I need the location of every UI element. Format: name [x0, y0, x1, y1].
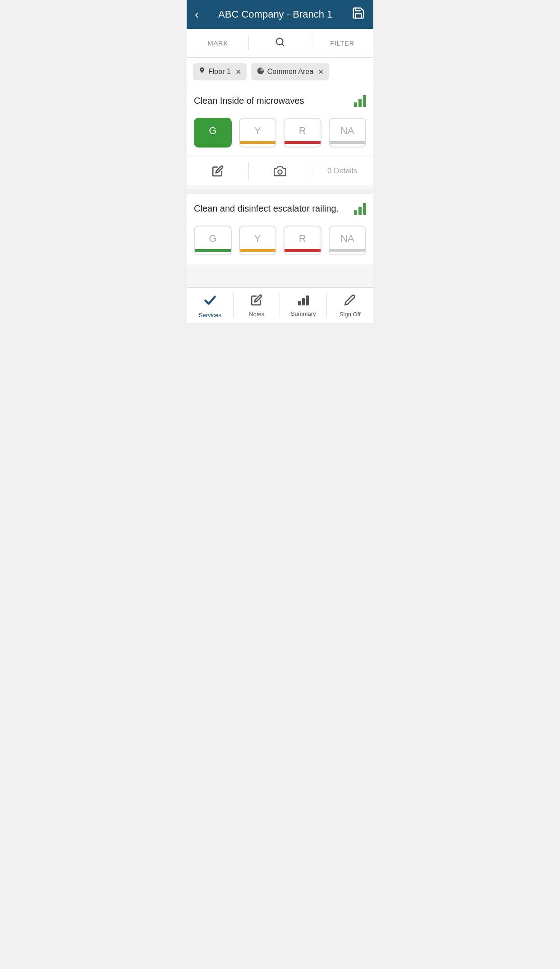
rating-y-btn-2[interactable]: Y [239, 226, 277, 255]
nav-signoff-label: Sign Off [340, 311, 361, 318]
filter-floor-label: Floor 1 [208, 68, 231, 76]
filter-button[interactable]: FILTER [311, 31, 373, 55]
trend-icon-1[interactable] [354, 94, 366, 107]
nav-notes-label: Notes [249, 311, 264, 318]
rating-na-label-1: NA [340, 125, 354, 141]
bar1 [354, 102, 357, 107]
filter-chip-floor[interactable]: Floor 1 ✕ [193, 63, 247, 80]
camera-icon-1 [274, 166, 286, 176]
service-header-1: Clean Inside of microwaves [187, 86, 373, 113]
summary-chart-icon [297, 295, 310, 309]
rating-r-btn-1[interactable]: R [284, 118, 321, 148]
svg-rect-4 [302, 298, 305, 305]
bar3-2 [363, 203, 366, 215]
filters-row: Floor 1 ✕ Common Area ✕ [187, 58, 373, 86]
content-area: Clean Inside of microwaves G Y R NA [187, 86, 373, 287]
details-label-1: 0 Details [327, 166, 357, 175]
rating-y-label-2: Y [254, 233, 261, 249]
rating-r-label-2: R [299, 233, 306, 249]
signoff-pencil-icon [344, 294, 356, 309]
bar3 [363, 95, 366, 107]
rating-g-btn-1[interactable]: G [194, 118, 232, 148]
nav-services[interactable]: Services [187, 288, 234, 323]
service-card-2: Clean and disinfect escalator railing. G… [187, 194, 373, 264]
camera-button-1[interactable] [249, 157, 311, 185]
pie-chart-icon [257, 67, 265, 77]
rating-na-btn-1[interactable]: NA [329, 118, 367, 148]
mark-label: MARK [207, 39, 228, 47]
location-icon [198, 67, 206, 77]
rating-na-label-2: NA [340, 233, 354, 249]
action-row-1: 0 Details [187, 157, 373, 185]
rating-g-bar-1 [195, 141, 231, 144]
svg-line-1 [282, 44, 284, 46]
rating-y-btn-1[interactable]: Y [239, 118, 277, 148]
back-button[interactable]: ‹ [195, 8, 199, 21]
rating-r-bar-2 [285, 249, 321, 252]
toolbar: MARK FILTER [187, 29, 373, 58]
bar2-2 [358, 207, 362, 215]
rating-y-bar-2 [240, 249, 276, 252]
bottom-nav: Services Notes Summary Sign Off [187, 287, 373, 323]
notes-edit-icon [251, 294, 262, 309]
nav-services-label: Services [199, 312, 221, 318]
rating-g-btn-2[interactable]: G [194, 226, 232, 255]
save-icon [352, 6, 365, 20]
filter-label: FILTER [330, 39, 354, 47]
rating-na-bar-2 [330, 249, 366, 252]
nav-notes[interactable]: Notes [234, 288, 280, 323]
filter-floor-close[interactable]: ✕ [235, 68, 241, 76]
bar1-2 [354, 210, 357, 215]
rating-na-bar-1 [330, 141, 366, 144]
filter-area-close[interactable]: ✕ [318, 68, 324, 76]
service-title-1: Clean Inside of microwaves [194, 96, 354, 106]
details-button-1[interactable]: 0 Details [311, 158, 373, 184]
save-button[interactable] [352, 6, 365, 23]
rating-r-btn-2[interactable]: R [284, 226, 321, 255]
nav-signoff[interactable]: Sign Off [327, 288, 374, 323]
svg-point-2 [278, 170, 282, 174]
bar2 [358, 99, 362, 107]
filter-area-label: Common Area [267, 68, 313, 76]
search-button[interactable] [249, 29, 311, 57]
rating-na-btn-2[interactable]: NA [329, 226, 367, 255]
trend-icon-2[interactable] [354, 202, 366, 215]
section-gap-1 [187, 189, 373, 194]
edit-button-1[interactable] [187, 157, 249, 185]
rating-r-bar-1 [285, 141, 321, 144]
rating-y-label-1: Y [254, 125, 261, 141]
rating-g-label-2: G [209, 233, 216, 249]
edit-icon-1 [212, 165, 224, 177]
service-title-2: Clean and disinfect escalator railing. [194, 203, 354, 214]
nav-summary-label: Summary [291, 310, 316, 317]
svg-rect-3 [298, 301, 301, 305]
rating-g-bar-2 [195, 249, 231, 252]
rating-row-1: G Y R NA [187, 113, 373, 157]
rating-row-2: G Y R NA [187, 221, 373, 264]
header-title: ABC Company - Branch 1 [199, 9, 352, 20]
service-header-2: Clean and disinfect escalator railing. [187, 194, 373, 221]
svg-rect-5 [306, 295, 309, 305]
rating-g-label-1: G [209, 125, 216, 141]
search-icon [275, 37, 285, 49]
nav-summary[interactable]: Summary [280, 288, 327, 323]
filter-chip-area[interactable]: Common Area ✕ [251, 63, 329, 80]
header: ‹ ABC Company - Branch 1 [187, 0, 373, 29]
rating-r-label-1: R [299, 125, 306, 141]
service-card-1: Clean Inside of microwaves G Y R NA [187, 86, 373, 185]
mark-button[interactable]: MARK [187, 31, 249, 55]
services-check-icon [203, 293, 217, 310]
rating-y-bar-1 [240, 141, 276, 144]
